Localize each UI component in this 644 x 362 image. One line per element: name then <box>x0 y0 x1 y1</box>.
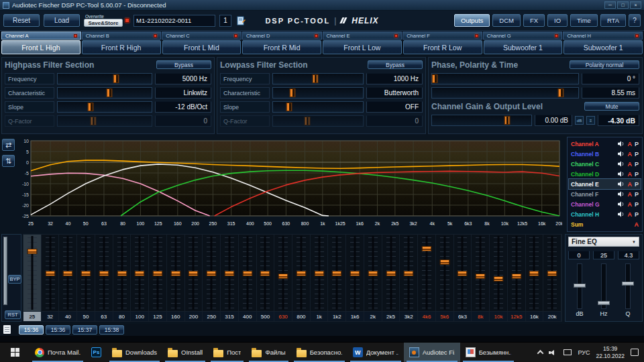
fx-button[interactable]: FX <box>523 14 545 27</box>
preset-name-input[interactable] <box>134 17 227 24</box>
eq-band-slider-500[interactable] <box>257 235 275 311</box>
eq-band-slider-25[interactable] <box>23 235 42 311</box>
fine-eq-handle[interactable] <box>598 301 610 305</box>
channel-legend-row[interactable]: Channel HAP <box>569 209 641 219</box>
channel-legend-row[interactable]: Channel FAP <box>569 189 641 199</box>
speaker-icon[interactable] <box>618 151 625 157</box>
preset-number-field[interactable]: 1 <box>219 15 231 27</box>
channel-a-toggle[interactable]: A <box>627 211 632 218</box>
eq-band-handle[interactable] <box>368 271 378 276</box>
lowpass-slope-slider[interactable] <box>272 101 364 113</box>
channel-tab-g[interactable]: Channel G <box>483 32 563 40</box>
eq-band-handle[interactable] <box>260 271 270 276</box>
channel-p-toggle[interactable]: P <box>635 171 639 178</box>
eq-reset-button[interactable]: RST <box>5 310 21 319</box>
slider-handle[interactable] <box>286 103 292 111</box>
eq-band-slider-2k5[interactable] <box>382 235 400 311</box>
eq-band-handle[interactable] <box>27 249 37 254</box>
speaker-icon[interactable] <box>618 211 625 217</box>
gain-options-icon[interactable]: ≡ <box>586 116 595 125</box>
close-button[interactable]: × <box>630 1 641 9</box>
eq-band-handle[interactable] <box>476 274 486 279</box>
channel-a-toggle[interactable]: A <box>627 141 632 147</box>
eq-band-handle[interactable] <box>81 271 91 276</box>
eq-band-handle[interactable] <box>458 271 468 276</box>
memory-tab-3[interactable]: 15:37 <box>72 325 97 335</box>
slider-handle[interactable] <box>91 117 97 125</box>
io-button[interactable]: IO <box>547 14 568 27</box>
eq-band-slider-1k[interactable] <box>311 235 329 311</box>
slider-handle[interactable] <box>312 74 318 83</box>
channel-legend-row[interactable]: Channel BAP <box>569 149 641 159</box>
eq-band-handle[interactable] <box>493 276 503 282</box>
memory-tab-2[interactable]: 15:36 <box>46 325 70 335</box>
slider-handle[interactable] <box>290 88 296 97</box>
eq-band-slider-125[interactable] <box>149 235 167 311</box>
channel-output-button-6[interactable]: Front R Low <box>403 40 482 54</box>
outputs-button[interactable]: Outputs <box>454 14 490 27</box>
slider-handle[interactable] <box>432 74 438 83</box>
channel-a-toggle[interactable]: A <box>627 191 632 198</box>
eq-band-handle[interactable] <box>350 271 360 276</box>
eq-band-slider-5k6[interactable] <box>436 235 454 311</box>
channel-output-button-1[interactable]: Front L High <box>1 40 80 54</box>
reset-button[interactable]: Reset <box>3 14 40 27</box>
memory-tab-4[interactable]: 15:38 <box>99 325 124 335</box>
channel-legend-row[interactable]: Channel EAP <box>569 179 641 189</box>
eq-band-handle[interactable] <box>422 246 432 251</box>
slider-handle[interactable] <box>557 88 564 97</box>
eq-band-handle[interactable] <box>404 271 414 276</box>
gain-unit-icon[interactable]: dB <box>575 116 584 125</box>
highpass-bypass-button[interactable]: Bypass <box>156 60 211 69</box>
slider-handle[interactable] <box>304 117 310 125</box>
eq-band-handle[interactable] <box>189 271 199 276</box>
minimize-button[interactable]: ─ <box>604 1 616 9</box>
eq-master-fader[interactable] <box>3 237 7 305</box>
channel-output-button-4[interactable]: Front R Mid <box>242 40 321 54</box>
highpass-q-factor-slider[interactable] <box>57 115 152 127</box>
highpass-slope-slider[interactable] <box>57 101 152 113</box>
eq-band-slider-6k3[interactable] <box>454 235 472 311</box>
channel-output-button-2[interactable]: Front R High <box>82 40 161 54</box>
phase-degrees-slider[interactable] <box>431 73 579 84</box>
eq-band-slider-10k[interactable] <box>490 235 508 311</box>
eq-band-handle[interactable] <box>153 271 163 276</box>
fine-eq-slider-q[interactable] <box>621 262 635 310</box>
fine-eq-handle[interactable] <box>622 282 634 286</box>
taskbar-app-folder[interactable]: Downloads <box>107 343 162 362</box>
speaker-icon[interactable] <box>618 191 625 197</box>
channel-a-toggle[interactable]: A <box>627 161 632 168</box>
eq-band-handle[interactable] <box>224 271 234 276</box>
taskbar-app-audiotec[interactable]: Audiotec Fi... <box>404 343 460 362</box>
slider-handle[interactable] <box>504 116 511 125</box>
eq-band-slider-3k2[interactable] <box>400 235 418 311</box>
channel-p-toggle[interactable]: P <box>635 191 639 198</box>
eq-band-slider-2k[interactable] <box>364 235 382 311</box>
eq-band-handle[interactable] <box>135 271 145 276</box>
eq-bypass-button[interactable]: BYP <box>8 275 21 284</box>
slider-handle[interactable] <box>107 88 113 97</box>
eq-band-handle[interactable] <box>314 271 324 276</box>
channel-output-button-7[interactable]: Subwoofer 1 <box>484 40 563 54</box>
eq-mode-select[interactable]: Fine EQ ▼ <box>568 237 639 247</box>
lowpass-frequency-slider[interactable] <box>272 73 364 84</box>
volume-icon[interactable] <box>549 349 557 357</box>
eq-band-handle[interactable] <box>45 271 55 276</box>
eq-band-slider-50[interactable] <box>77 235 95 311</box>
eq-band-handle[interactable] <box>529 271 539 276</box>
eq-band-handle[interactable] <box>511 274 521 279</box>
channel-gain-slider[interactable] <box>431 115 532 126</box>
dcm-button[interactable]: DCM <box>492 14 521 27</box>
channel-tab-h[interactable]: Channel H <box>563 32 643 40</box>
highpass-frequency-slider[interactable] <box>57 73 152 84</box>
eq-band-slider-100[interactable] <box>131 235 149 311</box>
channel-output-button-3[interactable]: Front L Mid <box>162 40 241 54</box>
channel-legend-row[interactable]: Channel GAP <box>569 199 641 209</box>
speaker-icon[interactable] <box>618 181 625 187</box>
eq-band-handle[interactable] <box>242 271 252 276</box>
eq-band-slider-800[interactable] <box>292 235 311 311</box>
rta-button[interactable]: RTA <box>600 14 626 27</box>
action-center-icon[interactable] <box>631 349 639 356</box>
graph-pan-horizontal-button[interactable]: ⇄ <box>2 139 15 151</box>
lowpass-q-factor-slider[interactable] <box>272 115 364 127</box>
